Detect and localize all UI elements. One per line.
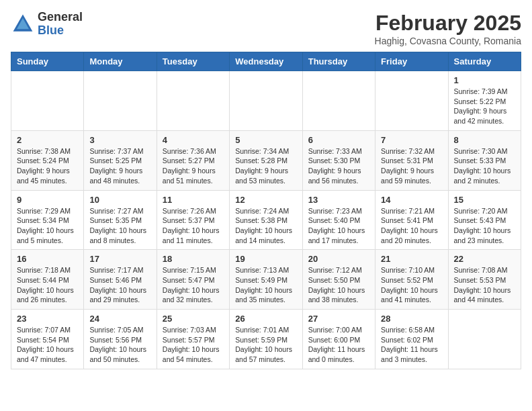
- calendar-cell: [230, 71, 302, 131]
- calendar-cell: 28Sunrise: 6:58 AM Sunset: 6:02 PM Dayli…: [375, 310, 448, 369]
- month-year: February 2025: [375, 11, 521, 36]
- title-block: February 2025 Haghig, Covasna County, Ro…: [375, 11, 521, 46]
- col-monday: Monday: [84, 52, 157, 71]
- day-number: 11: [163, 195, 224, 205]
- day-number: 4: [163, 135, 224, 145]
- calendar-cell: [11, 71, 84, 131]
- calendar-cell: 19Sunrise: 7:13 AM Sunset: 5:49 PM Dayli…: [230, 250, 302, 310]
- calendar-cell: 11Sunrise: 7:26 AM Sunset: 5:37 PM Dayli…: [157, 190, 229, 250]
- day-info: Sunrise: 7:33 AM Sunset: 5:30 PM Dayligh…: [308, 146, 369, 186]
- calendar-cell: 12Sunrise: 7:24 AM Sunset: 5:38 PM Dayli…: [230, 190, 302, 250]
- calendar-cell: 2Sunrise: 7:38 AM Sunset: 5:24 PM Daylig…: [11, 130, 84, 190]
- day-info: Sunrise: 7:23 AM Sunset: 5:40 PM Dayligh…: [308, 206, 369, 246]
- calendar-cell: [448, 310, 521, 369]
- page-header: General Blue February 2025 Haghig, Covas…: [11, 11, 521, 46]
- day-number: 2: [17, 135, 78, 145]
- calendar-week-row: 2Sunrise: 7:38 AM Sunset: 5:24 PM Daylig…: [11, 130, 521, 190]
- day-number: 27: [308, 314, 369, 324]
- day-number: 22: [454, 254, 515, 264]
- day-info: Sunrise: 7:10 AM Sunset: 5:52 PM Dayligh…: [381, 265, 442, 305]
- day-info: Sunrise: 7:27 AM Sunset: 5:35 PM Dayligh…: [89, 206, 150, 246]
- calendar-cell: 10Sunrise: 7:27 AM Sunset: 5:35 PM Dayli…: [84, 190, 157, 250]
- day-info: Sunrise: 7:24 AM Sunset: 5:38 PM Dayligh…: [235, 206, 296, 246]
- calendar-cell: [157, 71, 229, 131]
- location: Haghig, Covasna County, Romania: [375, 36, 521, 46]
- day-number: 28: [381, 314, 442, 324]
- calendar-cell: 7Sunrise: 7:32 AM Sunset: 5:31 PM Daylig…: [375, 130, 448, 190]
- calendar-cell: 22Sunrise: 7:08 AM Sunset: 5:53 PM Dayli…: [448, 250, 521, 310]
- day-info: Sunrise: 7:20 AM Sunset: 5:43 PM Dayligh…: [454, 206, 515, 246]
- calendar-cell: [84, 71, 157, 131]
- day-number: 7: [381, 135, 442, 145]
- day-info: Sunrise: 7:05 AM Sunset: 5:56 PM Dayligh…: [89, 325, 150, 365]
- calendar-week-row: 16Sunrise: 7:18 AM Sunset: 5:44 PM Dayli…: [11, 250, 521, 310]
- day-info: Sunrise: 7:30 AM Sunset: 5:33 PM Dayligh…: [454, 146, 515, 186]
- calendar-cell: 5Sunrise: 7:34 AM Sunset: 5:28 PM Daylig…: [230, 130, 302, 190]
- day-info: Sunrise: 7:38 AM Sunset: 5:24 PM Dayligh…: [17, 146, 78, 186]
- logo-general: General: [38, 10, 83, 24]
- calendar-week-row: 9Sunrise: 7:29 AM Sunset: 5:34 PM Daylig…: [11, 190, 521, 250]
- day-number: 25: [163, 314, 224, 324]
- day-info: Sunrise: 7:21 AM Sunset: 5:41 PM Dayligh…: [381, 206, 442, 246]
- calendar-cell: 1Sunrise: 7:39 AM Sunset: 5:22 PM Daylig…: [448, 71, 521, 131]
- day-number: 8: [454, 135, 515, 145]
- day-number: 17: [89, 254, 150, 264]
- day-number: 1: [454, 75, 515, 85]
- day-info: Sunrise: 7:26 AM Sunset: 5:37 PM Dayligh…: [163, 206, 224, 246]
- col-thursday: Thursday: [302, 52, 375, 71]
- calendar-cell: 25Sunrise: 7:03 AM Sunset: 5:57 PM Dayli…: [157, 310, 229, 369]
- day-number: 19: [235, 254, 296, 264]
- col-saturday: Saturday: [448, 52, 521, 71]
- calendar-week-row: 1Sunrise: 7:39 AM Sunset: 5:22 PM Daylig…: [11, 71, 521, 131]
- day-number: 12: [235, 195, 296, 205]
- calendar-cell: 4Sunrise: 7:36 AM Sunset: 5:27 PM Daylig…: [157, 130, 229, 190]
- day-info: Sunrise: 7:03 AM Sunset: 5:57 PM Dayligh…: [163, 325, 224, 365]
- day-number: 16: [17, 254, 78, 264]
- day-info: Sunrise: 7:17 AM Sunset: 5:46 PM Dayligh…: [89, 265, 150, 305]
- calendar-cell: 3Sunrise: 7:37 AM Sunset: 5:25 PM Daylig…: [84, 130, 157, 190]
- day-info: Sunrise: 7:32 AM Sunset: 5:31 PM Dayligh…: [381, 146, 442, 186]
- calendar-cell: 23Sunrise: 7:07 AM Sunset: 5:54 PM Dayli…: [11, 310, 84, 369]
- calendar-cell: 15Sunrise: 7:20 AM Sunset: 5:43 PM Dayli…: [448, 190, 521, 250]
- day-number: 21: [381, 254, 442, 264]
- calendar-cell: 27Sunrise: 7:00 AM Sunset: 6:00 PM Dayli…: [302, 310, 375, 369]
- day-number: 13: [308, 195, 369, 205]
- day-info: Sunrise: 6:58 AM Sunset: 6:02 PM Dayligh…: [381, 325, 442, 365]
- calendar-cell: 17Sunrise: 7:17 AM Sunset: 5:46 PM Dayli…: [84, 250, 157, 310]
- day-info: Sunrise: 7:37 AM Sunset: 5:25 PM Dayligh…: [89, 146, 150, 186]
- day-info: Sunrise: 7:13 AM Sunset: 5:49 PM Dayligh…: [235, 265, 296, 305]
- day-info: Sunrise: 7:34 AM Sunset: 5:28 PM Dayligh…: [235, 146, 296, 186]
- day-number: 24: [89, 314, 150, 324]
- calendar-cell: 18Sunrise: 7:15 AM Sunset: 5:47 PM Dayli…: [157, 250, 229, 310]
- col-sunday: Sunday: [11, 52, 84, 71]
- calendar-cell: 26Sunrise: 7:01 AM Sunset: 5:59 PM Dayli…: [230, 310, 302, 369]
- day-info: Sunrise: 7:36 AM Sunset: 5:27 PM Dayligh…: [163, 146, 224, 186]
- calendar-cell: 24Sunrise: 7:05 AM Sunset: 5:56 PM Dayli…: [84, 310, 157, 369]
- day-info: Sunrise: 7:39 AM Sunset: 5:22 PM Dayligh…: [454, 87, 515, 126]
- day-info: Sunrise: 7:07 AM Sunset: 5:54 PM Dayligh…: [17, 325, 78, 365]
- calendar-cell: 16Sunrise: 7:18 AM Sunset: 5:44 PM Dayli…: [11, 250, 84, 310]
- calendar-cell: [375, 71, 448, 131]
- day-info: Sunrise: 7:01 AM Sunset: 5:59 PM Dayligh…: [235, 325, 296, 365]
- day-info: Sunrise: 7:12 AM Sunset: 5:50 PM Dayligh…: [308, 265, 369, 305]
- calendar-cell: 8Sunrise: 7:30 AM Sunset: 5:33 PM Daylig…: [448, 130, 521, 190]
- logo: General Blue: [11, 11, 83, 38]
- calendar-cell: 6Sunrise: 7:33 AM Sunset: 5:30 PM Daylig…: [302, 130, 375, 190]
- calendar-cell: 9Sunrise: 7:29 AM Sunset: 5:34 PM Daylig…: [11, 190, 84, 250]
- day-info: Sunrise: 7:29 AM Sunset: 5:34 PM Dayligh…: [17, 206, 78, 246]
- day-number: 20: [308, 254, 369, 264]
- day-number: 26: [235, 314, 296, 324]
- calendar-cell: 13Sunrise: 7:23 AM Sunset: 5:40 PM Dayli…: [302, 190, 375, 250]
- calendar-cell: [302, 71, 375, 131]
- day-number: 14: [381, 195, 442, 205]
- calendar-header-row: Sunday Monday Tuesday Wednesday Thursday…: [11, 52, 521, 71]
- day-number: 3: [89, 135, 150, 145]
- day-number: 5: [235, 135, 296, 145]
- day-info: Sunrise: 7:00 AM Sunset: 6:00 PM Dayligh…: [308, 325, 369, 365]
- calendar-cell: 21Sunrise: 7:10 AM Sunset: 5:52 PM Dayli…: [375, 250, 448, 310]
- day-number: 10: [89, 195, 150, 205]
- col-tuesday: Tuesday: [157, 52, 229, 71]
- day-info: Sunrise: 7:18 AM Sunset: 5:44 PM Dayligh…: [17, 265, 78, 305]
- day-number: 15: [454, 195, 515, 205]
- calendar: Sunday Monday Tuesday Wednesday Thursday…: [11, 52, 521, 369]
